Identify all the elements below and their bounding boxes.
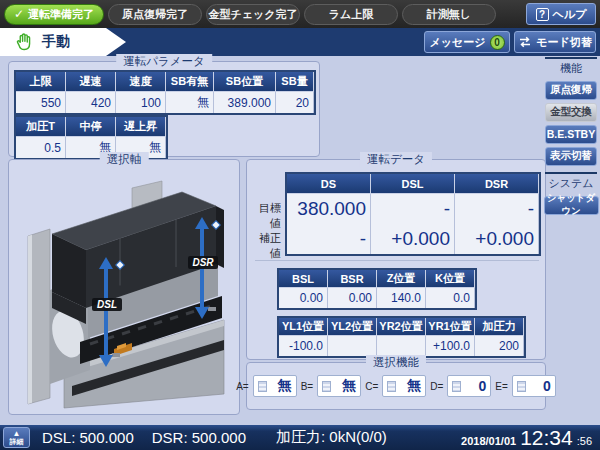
param-value-press-time[interactable]: 0.5 [16,137,66,158]
operation-parameters-group: 運転パラメータ 上限 遅速 速度 SB有無 SB位置 SB量 550 420 1… [8,61,320,157]
target-dsr-value[interactable]: - [455,194,539,224]
triangle-up-icon: ▲ [13,430,21,438]
origin-return-button[interactable]: 原点復帰 [545,81,597,100]
pos-header: BSL [279,270,328,288]
detail-expand-button[interactable]: ▲ 詳細 [3,427,30,448]
dsr-axis-label: DSR [192,257,214,268]
param-header: 上限 [16,72,66,92]
pos-header: Z位置 [377,270,426,288]
list-icon [258,381,267,392]
bottom-status-bar: ▲ 詳細 DSL: 500.000 DSR: 500.000 加圧力: 0kN(… [0,425,600,450]
swap-arrows-icon [518,36,532,48]
press-brake-machine: DSL DSR [16,172,232,410]
divider [545,172,597,174]
mode-switch-button[interactable]: モード切替 [514,31,596,53]
dsr-current-readout: DSR: 500.000 [152,429,246,446]
param-value-upper-limit[interactable]: 550 [16,92,66,113]
function-sidebar: 機能 原点復帰 金型交換 B.E.STBY 表示切替 システム シャットダウン [543,56,599,216]
fn-b-label: B= [301,381,314,392]
pos-header: K位置 [426,270,475,288]
pos-header: 加圧力 [475,318,524,336]
fn-b-select[interactable]: 無 [317,375,361,397]
yr1-position-value[interactable]: +100.0 [426,336,475,356]
param-header: SB位置 [214,72,276,92]
target-row-label: 目標値 [251,201,281,231]
status-lamp-origin-return: 原点復帰完了 [108,4,202,25]
main-area: 運転パラメータ 上限 遅速 速度 SB有無 SB位置 SB量 550 420 1… [0,56,600,425]
status-lamp-ram-upper-limit: ラム上限 [304,4,398,25]
offset-dsr-value[interactable]: +0.000 [455,224,539,254]
param-value-sb-position[interactable]: 389.000 [214,92,276,113]
list-icon [517,381,526,392]
axis-data-table: DS DSL DSR 380.000 - - - +0.000 +0.000 [285,172,541,256]
pos-header: YR2位置 [377,318,426,336]
date-text: 2018/01/01 [461,435,516,447]
status-lamp-label: 計測無し [427,7,471,22]
param-value-sb-amount[interactable]: 20 [276,92,314,113]
pos-header: YL2位置 [328,318,377,336]
yr2-position-value[interactable] [377,336,426,356]
press-force-value[interactable]: 200 [475,336,524,356]
list-icon [387,381,396,392]
message-label: メッセージ [429,35,485,50]
help-label: ヘルプ [553,7,587,22]
fn-d-select[interactable]: 0 [447,375,491,397]
fn-c-select[interactable]: 無 [382,375,426,397]
die-change-button[interactable]: 金型交換 [545,103,597,122]
fn-b-value: 無 [334,377,356,395]
position-data-table-2: YL1位置 YL2位置 YR2位置 YR1位置 加圧力 -100.0 +100.… [277,316,526,358]
group-title: 選択機能 [366,355,426,370]
position-data-table-1: BSL BSR Z位置 K位置 0.00 0.00 140.0 0.0 [277,268,477,310]
param-header: 中停 [66,117,116,137]
clock: 2018/01/01 12:34 :56 [461,426,592,450]
param-value-slow-speed[interactable]: 420 [66,92,116,113]
status-lamp-die-check: 金型チェック完了 [206,4,300,25]
help-button[interactable]: ? ヘルプ [526,3,596,25]
fn-e-label: E= [495,381,508,392]
parameters-table-1: 上限 遅速 速度 SB有無 SB位置 SB量 550 420 100 無 389… [14,70,316,115]
status-lamp-label: 金型チェック完了 [208,7,297,22]
offset-dsl-value[interactable]: +0.000 [371,224,455,254]
divider [545,57,597,59]
list-icon [452,381,461,392]
k-position-value[interactable]: 0.0 [426,288,475,308]
z-position-value[interactable]: 140.0 [377,288,426,308]
pos-header: YR1位置 [426,318,475,336]
param-header: 速度 [116,72,166,92]
check-icon: ✓ [14,7,24,21]
param-header: 遅速 [66,72,116,92]
offset-ds-value[interactable]: - [287,224,371,254]
param-value-speed[interactable]: 100 [116,92,166,113]
divider [255,260,539,261]
group-title: 運転パラメータ [116,54,212,69]
target-dsl-value[interactable]: - [371,194,455,224]
mode-indicator: 手動 [0,28,128,56]
display-switch-button[interactable]: 表示切替 [545,147,597,166]
group-title: 運転データ [360,152,432,167]
offset-row-label: 補正値 [251,231,281,261]
message-button[interactable]: メッセージ 0 [424,31,510,53]
dsl-axis-label: DSL [97,299,117,310]
axis-header-ds: DS [287,174,371,194]
status-lamp-label: 原点復帰完了 [122,7,188,22]
fn-a-select[interactable]: 無 [253,375,297,397]
dsl-current-readout: DSL: 500.000 [42,429,134,446]
mode-switch-label: モード切替 [536,35,592,50]
mode-banner: 手動 メッセージ 0 モード切替 [0,28,600,56]
shutdown-button[interactable]: シャットダウン [544,196,599,215]
press-brake-diagram: DSL DSR [16,172,232,410]
bsr-value[interactable]: 0.00 [328,288,377,308]
message-count-badge: 0 [490,35,505,50]
pressure-current-readout: 加圧力: 0kN(0/0) [276,428,387,447]
system-section-label: システム [548,176,593,191]
hand-icon [14,32,34,52]
yl1-position-value[interactable]: -100.0 [279,336,328,356]
yl2-position-value[interactable] [328,336,377,356]
be-stby-button[interactable]: B.E.STBY [545,125,597,144]
param-header: 遅上昇 [116,117,166,137]
status-lamp-no-measure: 計測無し [402,4,496,25]
bsl-value[interactable]: 0.00 [279,288,328,308]
target-ds-value[interactable]: 380.000 [287,194,371,224]
fn-e-select[interactable]: 0 [512,375,556,397]
param-value-sb-enable[interactable]: 無 [166,92,214,113]
